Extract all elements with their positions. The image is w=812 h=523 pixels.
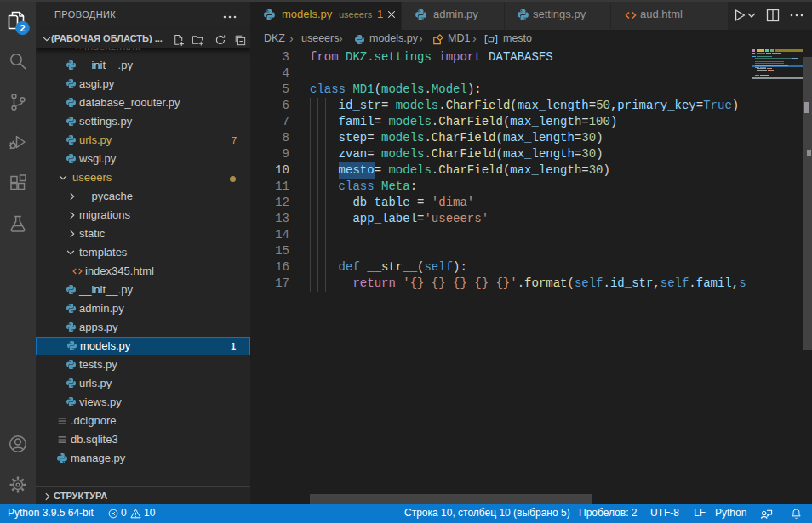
svg-text:2: 2 (20, 23, 25, 33)
